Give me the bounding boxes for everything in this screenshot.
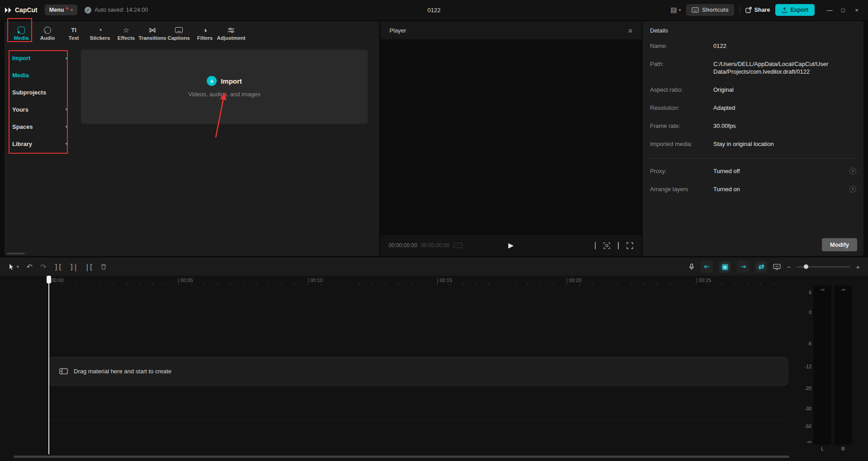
undo-button[interactable]: ↶ [27, 263, 33, 271]
playhead-handle[interactable] [47, 276, 51, 283]
sidebar-item-yours[interactable]: Yours ▾ [5, 101, 74, 118]
delete-right-button[interactable]: |[ [85, 263, 93, 271]
dropzone-hint: Drag material here and start to create [74, 368, 171, 375]
timeline-scrollbar[interactable] [14, 456, 789, 458]
menu-button[interactable]: Menu ▾ [45, 5, 77, 15]
detail-row-proxy: Proxy: Turned off ? [650, 168, 856, 174]
tab-text[interactable]: TI Text [61, 22, 87, 45]
maximize-button[interactable]: □ [836, 4, 850, 16]
timeline-tracks: Drag material here and start to create [0, 286, 868, 461]
autosave-status: ✓ Auto saved: 14:24:00 [85, 7, 148, 14]
frame-counter-icon[interactable]: ··· [453, 243, 462, 248]
magnet-toggle[interactable]: ⇤ [701, 261, 713, 273]
redo-button[interactable]: ↷ [40, 263, 46, 271]
tab-transitions[interactable]: ⋈ Transitions [139, 22, 166, 45]
transitions-icon: ⋈ [149, 26, 156, 34]
window-controls: — □ × [823, 4, 863, 16]
timeline-ruler[interactable]: 00:00 00:05 00:10 00:15 00:20 00:25 [0, 277, 868, 286]
zoom-slider[interactable] [797, 266, 850, 268]
help-icon[interactable]: ? [849, 168, 856, 174]
select-tool-chevron[interactable]: ▾ [17, 264, 19, 269]
zoom-in-button[interactable]: + [856, 263, 860, 271]
import-dropzone[interactable]: + Import Videos, audios, and images [81, 50, 368, 124]
delete-button[interactable] [100, 263, 107, 270]
player-preview [380, 39, 641, 256]
detail-row-path: Path: C:/Users/DELL/AppData/Local/CapCut… [650, 60, 856, 75]
capcut-logo: CapCut [5, 6, 38, 14]
tab-media[interactable]: ▶ Media [8, 22, 34, 45]
shortcuts-button[interactable]: Shortcuts [686, 4, 734, 16]
share-button[interactable]: Share [745, 7, 770, 13]
linkage-toggle[interactable]: ▣ [719, 261, 731, 273]
timeline-toolbar: ▾ ↶ ↷ ][ ]| |[ ⇤ ▣ ⇥ ⇄ [0, 258, 868, 276]
focus-button[interactable] [603, 242, 610, 249]
details-panel: Details Name: 0122 Path: C:/Users/DELL/A… [643, 21, 863, 256]
minimize-button[interactable]: — [823, 4, 836, 16]
sidebar-item-spaces[interactable]: Spaces ▾ [5, 118, 74, 135]
split-button[interactable]: ][ [54, 263, 62, 271]
tab-captions[interactable]: Captions [166, 22, 192, 45]
delete-left-button[interactable]: ]| [70, 263, 77, 271]
sidebar-item-import[interactable]: Import ▴ [5, 49, 74, 66]
timeline-panel: ▾ ↶ ↷ ][ ]| |[ ⇤ ▣ ⇥ ⇄ [0, 258, 868, 461]
import-subtitle: Videos, audios, and images [188, 91, 260, 98]
layout-button[interactable]: ▤ ▾ [671, 6, 681, 14]
detail-row-frame-rate: Frame rate: 30.00fps [650, 122, 856, 130]
ripple-toggle[interactable]: ⇄ [755, 261, 767, 273]
check-icon: ✓ [85, 7, 91, 14]
play-button[interactable]: ▶ [508, 241, 514, 249]
display-settings-button[interactable] [773, 263, 781, 270]
zoom-out-button[interactable]: − [787, 263, 791, 271]
modify-button[interactable]: Modify [822, 238, 857, 251]
playhead[interactable] [46, 276, 52, 454]
chevron-down-icon: ▾ [71, 8, 73, 12]
ruler-label: 00:10 [308, 278, 323, 283]
project-title: 0122 [427, 7, 441, 14]
trash-icon [100, 263, 107, 270]
sticker-icon: ◔ [98, 26, 102, 34]
media-panel-scrollbar[interactable] [7, 253, 25, 254]
tab-filters[interactable]: ◑ Filters [192, 22, 218, 45]
chevron-down-icon: ▾ [65, 124, 67, 129]
captions-icon [175, 26, 183, 34]
preview-frame-toggle[interactable]: ⇥ [737, 261, 749, 273]
record-voiceover-button[interactable] [688, 263, 695, 270]
meter-scale-label: -30 [805, 406, 811, 411]
ruler-label: 00:20 [567, 278, 582, 283]
tab-audio[interactable]: ♪ Audio [34, 22, 61, 45]
fullscreen-button[interactable] [626, 242, 633, 249]
channel-label-left: L [813, 446, 831, 452]
fit-button[interactable] [618, 242, 619, 249]
chevron-down-icon: ▾ [679, 8, 681, 12]
media-sidebar: Import ▴ Media Subprojects Yours ▾ Space… [5, 46, 74, 256]
layout-grid-icon: ▤ [671, 6, 677, 14]
autosave-text: Auto saved: 14:24:00 [95, 7, 148, 13]
timeline-dropzone[interactable]: Drag material here and start to create [49, 357, 788, 386]
chevron-down-icon: ▾ [17, 264, 19, 269]
media-tabbar: ▶ Media ♪ Audio TI Text ◔ Stickers ☆ Eff… [5, 21, 379, 46]
tab-adjustment[interactable]: Adjustment [218, 22, 244, 45]
meter-scale-label: 6 [809, 290, 811, 295]
help-icon[interactable]: ? [849, 186, 856, 193]
meter-bar-right: -∞ [834, 286, 852, 445]
zoom-slider-handle[interactable] [804, 264, 808, 269]
sidebar-item-library[interactable]: Library ▾ [5, 135, 74, 152]
titlebar: CapCut Menu ▾ ✓ Auto saved: 14:24:00 012… [0, 0, 868, 20]
aspect-ratio-button[interactable] [595, 242, 596, 249]
app-name: CapCut [15, 6, 38, 14]
sidebar-item-media[interactable]: Media [5, 66, 74, 84]
tab-effects[interactable]: ☆ Effects [113, 22, 139, 45]
meter-scale-label: -50 [805, 423, 811, 429]
select-tool-button[interactable] [8, 263, 14, 270]
capcut-logo-icon [5, 7, 12, 13]
tab-stickers[interactable]: ◔ Stickers [87, 22, 113, 45]
track-divider [49, 420, 788, 421]
focus-icon [603, 242, 610, 249]
export-button[interactable]: Export [775, 4, 815, 16]
close-button[interactable]: × [850, 4, 863, 16]
capcut-window: CapCut Menu ▾ ✓ Auto saved: 14:24:00 012… [0, 0, 868, 461]
sidebar-item-subprojects[interactable]: Subprojects [5, 84, 74, 101]
ruler-ticks [49, 284, 797, 285]
player-menu-icon[interactable]: ≡ [628, 27, 632, 34]
chevron-down-icon: ▾ [65, 107, 67, 112]
